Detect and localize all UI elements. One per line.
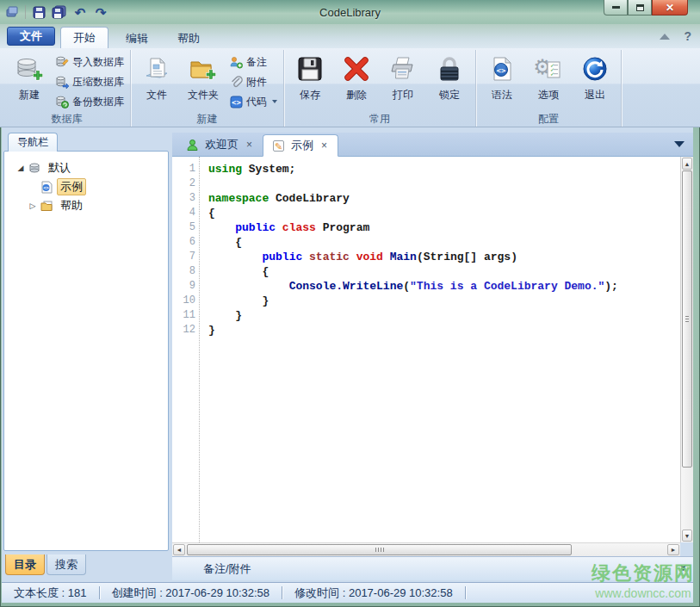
code-line[interactable]: public class Program <box>208 220 693 235</box>
tab-search[interactable]: 搜索 <box>46 554 86 575</box>
welcome-user-icon <box>186 139 199 152</box>
scroll-right-icon[interactable]: ► <box>667 544 679 555</box>
code-line[interactable]: public static void Main(String[] args) <box>208 250 693 264</box>
window-controls: ✕ <box>604 0 688 15</box>
tree-item-label[interactable]: 示例 <box>57 178 86 195</box>
compress-database-button[interactable]: 压缩数据库 <box>53 73 127 90</box>
code-editor[interactable]: 123456789101112 using System;namespace C… <box>172 157 693 542</box>
tab-home[interactable]: 开始 <box>60 27 108 48</box>
vertical-scrollbar-thumb[interactable] <box>682 170 692 468</box>
database-import-icon <box>56 56 69 69</box>
code-line[interactable] <box>208 177 693 191</box>
syntax-icon: <> <box>488 53 516 84</box>
tab-example[interactable]: ✎ 示例 × <box>263 134 338 157</box>
code-line[interactable]: { <box>208 264 693 279</box>
maximize-button[interactable] <box>628 0 652 15</box>
svg-text:<>: <> <box>497 66 506 75</box>
code-button[interactable]: <> 代码 <box>226 93 281 110</box>
vertical-scrollbar[interactable]: ▲ ▼ <box>680 157 693 542</box>
tab-label[interactable]: 欢迎页 <box>205 137 238 152</box>
code-line[interactable]: namespace CodeLibrary <box>208 191 693 206</box>
code-line[interactable]: } <box>208 323 693 338</box>
new-database-button[interactable]: 新建 <box>6 50 53 110</box>
tree-item-label[interactable]: 默认 <box>45 159 74 177</box>
new-folder-button[interactable]: 文件夹 <box>180 50 226 110</box>
tree-collapsed-icon[interactable]: ▷ <box>27 201 39 210</box>
tab-edit[interactable]: 编辑 <box>114 29 160 48</box>
delete-button[interactable]: 删除 <box>333 50 380 110</box>
database-backup-icon <box>56 96 69 108</box>
expand-panel-icon[interactable]: » <box>678 565 691 569</box>
save-button[interactable]: 保存 <box>287 50 333 110</box>
sidebar-bottom-tabs: 目录 搜索 <box>5 554 86 575</box>
delete-x-icon <box>343 53 370 84</box>
horizontal-scrollbar-thumb[interactable] <box>187 544 572 555</box>
tab-list-dropdown-icon[interactable] <box>674 141 685 147</box>
database-add-icon <box>15 53 43 84</box>
code-file-icon: <> <box>39 181 54 194</box>
print-button[interactable]: 打印 <box>380 50 426 110</box>
code-line[interactable]: } <box>208 294 693 308</box>
navigation-tree[interactable]: ◢ 默认 <> 示例 ▷ 帮助 <box>3 151 169 551</box>
close-button[interactable]: ✕ <box>652 0 688 15</box>
exit-button[interactable]: 退出 <box>572 50 618 110</box>
minimize-icon <box>612 6 620 9</box>
code-dropdown-icon[interactable] <box>272 100 277 103</box>
minimize-button[interactable] <box>604 0 628 15</box>
tab-help[interactable]: 帮助 <box>165 29 212 48</box>
scroll-down-icon[interactable]: ▼ <box>682 530 692 542</box>
tree-item-help[interactable]: ▷ 帮助 <box>4 196 168 215</box>
collapse-ribbon-icon[interactable] <box>660 34 670 40</box>
database-compress-icon <box>56 76 69 89</box>
code-line[interactable]: } <box>208 308 693 323</box>
attachment-icon <box>230 76 243 89</box>
svg-text:<>: <> <box>43 185 49 190</box>
navigation-bar-tab[interactable]: 导航栏 <box>8 133 58 152</box>
folder-icon <box>39 200 54 213</box>
syntax-button[interactable]: <> 语法 <box>479 50 525 110</box>
new-file-button[interactable]: 文件 <box>133 50 180 110</box>
tree-item-default[interactable]: ◢ 默认 <box>4 158 168 177</box>
help-icon[interactable]: ? <box>684 29 691 43</box>
maximize-icon <box>636 4 644 11</box>
code-line[interactable]: { <box>208 235 693 250</box>
backup-database-button[interactable]: 备份数据库 <box>53 93 127 110</box>
ribbon-group-common: 保存 删除 <box>284 50 476 127</box>
import-database-button[interactable]: 导入数据库 <box>53 53 127 71</box>
code-line[interactable]: { <box>208 206 693 220</box>
tree-expanded-icon[interactable]: ◢ <box>15 164 27 172</box>
attachment-button[interactable]: 附件 <box>226 73 281 90</box>
options-button[interactable]: ⚙ ✓✓✓ 选项 <box>525 50 572 110</box>
tab-label[interactable]: 示例 <box>291 138 313 153</box>
lock-button[interactable]: 锁定 <box>426 50 473 110</box>
app-window: ↶ ↷ CodeLibrary ✕ 文件 开始 编辑 帮助 ? <box>0 0 700 607</box>
scroll-left-icon[interactable]: ◄ <box>173 544 185 555</box>
tab-directory[interactable]: 目录 <box>5 554 45 575</box>
close-tab-icon[interactable]: × <box>319 139 329 152</box>
new-folder-icon <box>189 53 218 84</box>
code-icon: <> <box>230 96 243 108</box>
status-text-length: 文本长度 : 181 <box>2 585 99 601</box>
close-tab-icon[interactable]: × <box>245 139 254 151</box>
editor-pane: 欢迎页 × ✎ 示例 × 123456789101112 using Syste… <box>172 133 693 580</box>
scroll-up-icon[interactable]: ▲ <box>682 158 692 170</box>
group-label-new: 新建 <box>133 112 281 127</box>
tree-item-example[interactable]: <> 示例 <box>4 177 168 196</box>
svg-text:<>: <> <box>232 97 241 106</box>
group-label-database: 数据库 <box>6 112 127 127</box>
status-bar: 文本长度 : 181 创建时间 : 2017-06-29 10:32:58 修改… <box>2 582 693 603</box>
status-separator <box>465 586 466 599</box>
tab-welcome[interactable]: 欢迎页 × <box>177 133 263 156</box>
code-line[interactable]: using System; <box>208 162 693 177</box>
notes-attachments-bar[interactable]: 备注/附件 » <box>172 556 693 580</box>
horizontal-scrollbar[interactable]: ◄ ► <box>172 542 680 556</box>
code-line[interactable]: Console.WriteLine("This is a CodeLibrary… <box>208 279 693 294</box>
code-lines[interactable]: using System;namespace CodeLibrary{ publ… <box>200 157 693 542</box>
tree-item-label[interactable]: 帮助 <box>57 197 86 214</box>
ribbon: 新建 导入数据库 压缩数据 <box>0 48 700 127</box>
close-icon: ✕ <box>666 2 674 14</box>
titlebar: ↶ ↷ CodeLibrary ✕ <box>0 0 700 24</box>
note-button[interactable]: 备注 <box>226 53 281 71</box>
tab-file[interactable]: 文件 <box>7 27 55 46</box>
database-icon <box>27 162 42 174</box>
